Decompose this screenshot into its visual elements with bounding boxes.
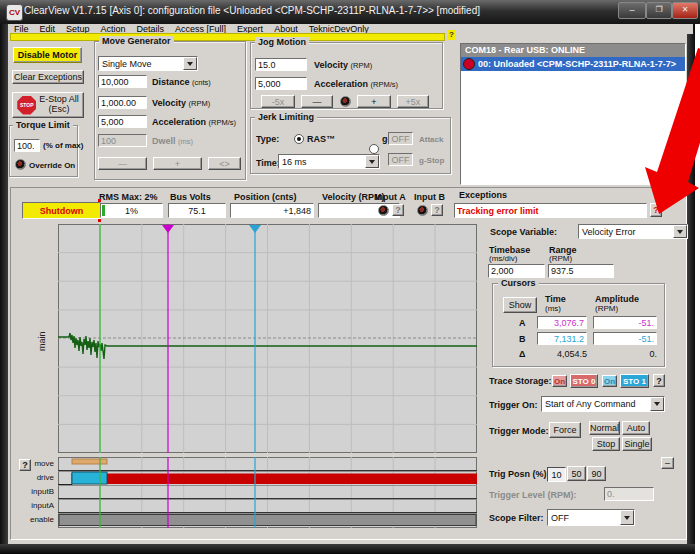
scope-filter-select[interactable]: OFF	[547, 509, 635, 526]
input-a-help-button[interactable]: ?	[392, 204, 404, 216]
rms-field: 1%	[100, 203, 163, 218]
trace-storage-help-button[interactable]: ?	[653, 374, 665, 387]
trace-sto1-button[interactable]: STO 1	[620, 374, 649, 388]
attack-label: Attack	[419, 135, 443, 144]
input-a-indicator-icon	[378, 205, 389, 216]
trig-posn-90-button[interactable]: 90	[587, 466, 606, 481]
dropdown-arrow-icon[interactable]	[673, 225, 687, 238]
drive-cyan-bar	[72, 472, 107, 484]
trigger-normal-button[interactable]: Normal	[589, 421, 620, 435]
main-axis-label: main	[37, 331, 47, 351]
input-b-help-button[interactable]: ?	[431, 204, 443, 216]
dropdown-arrow-icon[interactable]	[650, 397, 664, 411]
exceptions-collapse-button[interactable]: –	[661, 189, 674, 200]
com-port-panel: COM18 - Rear USB: ONLINE 00: Unloaded <C…	[460, 43, 686, 185]
move-alternate-button[interactable]: <>	[208, 157, 241, 170]
jog-acceleration-label: Acceleration (RPM/s)	[314, 79, 398, 89]
minimize-button[interactable]: –	[618, 2, 646, 19]
jog-velocity-field[interactable]: 15.0	[255, 58, 307, 71]
clear-exceptions-button[interactable]: Clear Exceptions	[12, 70, 84, 84]
drive-fault-red-bar	[107, 474, 477, 485]
jerk-time-select[interactable]: 16 ms	[278, 154, 380, 169]
trigger-on-select[interactable]: Start of Any Command	[541, 396, 665, 412]
cursor-delta-amp: 0.	[593, 349, 657, 359]
digital-channels-plot[interactable]	[58, 457, 477, 528]
cursor-a-time-field: 3,076.7	[537, 316, 587, 329]
velocity-label: Velocity (RPM)	[152, 98, 210, 108]
com-node-row[interactable]: 00: Unloaded <CPM-SCHP-2311P-RLNA-1-7-7>	[461, 57, 685, 71]
trigger-single-button[interactable]: Single	[622, 437, 652, 451]
scope-collapse-button[interactable]: –	[661, 457, 674, 469]
dropdown-arrow-icon[interactable]	[620, 510, 634, 525]
trigger-force-button[interactable]: Force	[549, 422, 581, 438]
estop-button[interactable]: STOP E-Stop All (Esc)	[12, 92, 84, 118]
jog-plus5x-button[interactable]: +5x	[397, 95, 429, 108]
window-title: ClearView V1.7.15 [Axis 0]: configuratio…	[24, 5, 480, 16]
dropdown-arrow-icon[interactable]	[365, 155, 379, 168]
velocity-field[interactable]: 1,000.00	[98, 96, 147, 109]
ras-radio[interactable]	[294, 134, 304, 144]
trace-on1-button[interactable]: On	[602, 375, 617, 387]
cursor-time-header: Time	[545, 294, 566, 304]
cursor-delta-row-label: Δ	[519, 349, 525, 359]
move-generator-title: Move Generator	[99, 36, 174, 46]
rms-level-bar	[102, 205, 105, 216]
jerk-limiting-title: Jerk Limiting	[255, 112, 317, 122]
position-header: Position (cnts)	[234, 192, 297, 202]
maximize-button[interactable]: ❐	[646, 2, 672, 19]
cursor-b-row-label: B	[519, 334, 526, 344]
node-label: 00: Unloaded <CPM-SCHP-2311P-RLNA-1-7-7>	[478, 59, 676, 69]
channel-label-move: move	[14, 459, 54, 468]
cursors-show-button[interactable]: Show	[503, 297, 537, 313]
trigger-level-label: Trigger Level (RPM):	[489, 490, 577, 500]
cursors-title: Cursors	[498, 278, 539, 288]
app-icon: CV	[6, 4, 23, 21]
range-field[interactable]: 937.5	[548, 264, 614, 278]
trigger-level-field: 0.	[604, 487, 654, 501]
override-radio-icon[interactable]	[15, 159, 26, 170]
window-border-bottom	[0, 544, 695, 554]
move-mode-select[interactable]: Single Move	[98, 56, 198, 71]
acceleration-field[interactable]: 5,000	[98, 115, 147, 128]
trig-posn-50-button[interactable]: 50	[567, 466, 586, 481]
jog-acceleration-field[interactable]: 5,000	[255, 77, 307, 90]
move-plus-button[interactable]: +	[153, 157, 202, 170]
move-minus-button[interactable]: —	[98, 157, 147, 170]
estop-label: E-Stop All	[39, 94, 79, 104]
jog-velocity-label: Velocity (RPM)	[314, 60, 372, 70]
disable-motor-button[interactable]: Disable Motor	[13, 47, 82, 63]
distance-field[interactable]: 10,000	[98, 75, 147, 88]
jog-plus-button[interactable]: +	[357, 95, 391, 108]
gstop-time-label: g-Stop	[419, 156, 444, 165]
rms-header: RMS Max: 2%	[99, 192, 158, 202]
trig-posn-10-button[interactable]: 10	[547, 467, 566, 482]
trace-on0-button[interactable]: On	[552, 375, 567, 387]
trigger-stop-button[interactable]: Stop	[592, 437, 620, 451]
dwell-label: Dwell (ms)	[152, 136, 193, 146]
trigger-mode-label: Trigger Mode:	[489, 426, 549, 436]
channel-label-drive: drive	[14, 473, 54, 482]
bus-volts-header: Bus Volts	[170, 192, 211, 202]
close-button[interactable]: ✕	[672, 2, 698, 19]
trace-sto0-button[interactable]: STO 0	[570, 374, 598, 388]
cursor-delta-time: 4,054.5	[537, 349, 587, 359]
torque-limit-field[interactable]: 100.	[14, 139, 40, 152]
scope-variable-select[interactable]: Velocity Error	[578, 224, 688, 239]
dropdown-arrow-icon[interactable]	[183, 57, 197, 70]
cursor-amp-header: Amplitude	[595, 294, 639, 304]
stop-sign-icon: STOP	[17, 96, 36, 115]
trigger-on-value: Start of Any Command	[542, 399, 650, 409]
jerk-time-value: 16 ms	[279, 157, 365, 167]
yellow-bar-question-icon[interactable]: ?	[447, 30, 456, 40]
scope-plot[interactable]	[58, 224, 477, 453]
scope-variable-value: Velocity Error	[579, 227, 673, 237]
rms-marker-top	[98, 199, 101, 202]
gstop-radio[interactable]	[369, 144, 379, 154]
exceptions-help-button[interactable]: ?	[650, 203, 662, 217]
jog-stop-radio-icon[interactable]	[340, 96, 351, 107]
trigger-auto-button[interactable]: Auto	[622, 421, 650, 435]
jog-minus5x-button[interactable]: -5x	[261, 95, 295, 108]
jog-minus-button[interactable]: —	[301, 95, 333, 108]
gstop-time-field: OFF	[388, 153, 413, 166]
timebase-field[interactable]: 2,000	[488, 264, 545, 278]
